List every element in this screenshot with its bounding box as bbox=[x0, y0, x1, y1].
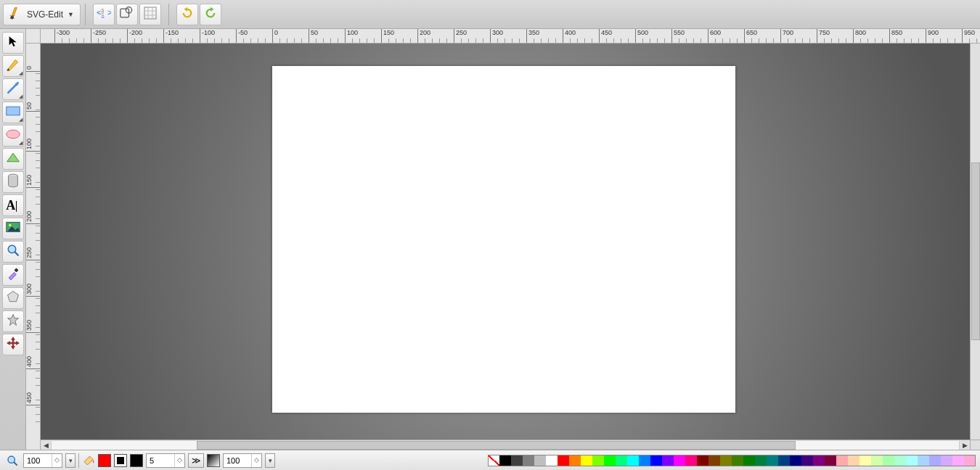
palette-swatch[interactable] bbox=[755, 455, 767, 466]
scroll-corner bbox=[970, 440, 980, 450]
rect-tool[interactable]: ◢ bbox=[2, 102, 24, 123]
palette-swatch[interactable] bbox=[906, 455, 918, 466]
undo-button[interactable] bbox=[176, 4, 198, 25]
stroke-style-button[interactable]: ≫ bbox=[188, 453, 204, 468]
palette-swatch[interactable] bbox=[511, 455, 523, 466]
palette-swatch[interactable] bbox=[848, 455, 859, 466]
zoom-tool[interactable] bbox=[2, 241, 24, 263]
separator bbox=[168, 4, 169, 25]
pencil-tool[interactable]: ◢ bbox=[2, 55, 24, 77]
color-palette bbox=[488, 455, 976, 466]
palette-swatch[interactable] bbox=[720, 455, 732, 466]
stroke-preview-chip[interactable] bbox=[114, 454, 127, 467]
svg-marker-32 bbox=[7, 315, 18, 326]
palette-swatch[interactable] bbox=[790, 455, 801, 466]
separator bbox=[78, 453, 79, 468]
vertical-scrollbar[interactable] bbox=[970, 44, 980, 440]
select-tool[interactable] bbox=[2, 32, 24, 54]
image-tool[interactable] bbox=[2, 218, 24, 239]
palette-swatch[interactable] bbox=[709, 455, 720, 466]
palette-swatch[interactable] bbox=[534, 455, 546, 466]
scroll-right-icon[interactable]: ▶ bbox=[960, 440, 970, 450]
palette-swatch[interactable] bbox=[523, 455, 534, 466]
scrollbar-track[interactable] bbox=[51, 441, 960, 450]
text-tool[interactable]: A bbox=[2, 194, 24, 216]
scrollbar-thumb[interactable] bbox=[197, 441, 796, 450]
stepper-icon[interactable]: ◇ bbox=[174, 454, 184, 467]
palette-swatch[interactable] bbox=[952, 455, 964, 466]
palette-swatch[interactable] bbox=[650, 455, 662, 466]
zoom-dropdown[interactable]: ▾ bbox=[65, 453, 75, 468]
palette-swatch[interactable] bbox=[964, 455, 976, 466]
stroke-color-chip[interactable] bbox=[130, 454, 143, 467]
palette-swatch[interactable] bbox=[592, 455, 604, 466]
stroke-width-field[interactable] bbox=[147, 454, 174, 467]
palette-swatch[interactable] bbox=[871, 455, 883, 466]
palette-swatch[interactable] bbox=[767, 455, 778, 466]
path-icon bbox=[6, 152, 20, 166]
palette-swatch[interactable] bbox=[929, 455, 941, 466]
star-tool[interactable] bbox=[2, 310, 24, 332]
edit-svg-source-button[interactable]: < > S V G bbox=[93, 4, 115, 25]
polygon-tool[interactable] bbox=[2, 287, 24, 309]
opacity-input[interactable]: ◇ bbox=[223, 453, 262, 468]
palette-swatch[interactable] bbox=[616, 455, 627, 466]
palette-swatch[interactable] bbox=[836, 455, 848, 466]
palette-swatch[interactable] bbox=[627, 455, 639, 466]
fill-paint-icon[interactable] bbox=[82, 454, 95, 467]
palette-swatch[interactable] bbox=[859, 455, 871, 466]
palette-swatch[interactable] bbox=[662, 455, 674, 466]
palette-swatch[interactable] bbox=[546, 455, 558, 466]
scroll-left-icon[interactable]: ◀ bbox=[41, 440, 51, 450]
document-properties-button[interactable] bbox=[116, 4, 138, 25]
scrollbar-thumb[interactable] bbox=[971, 162, 980, 341]
palette-swatch[interactable] bbox=[743, 455, 755, 466]
palette-swatch[interactable] bbox=[894, 455, 906, 466]
eyedropper-tool[interactable] bbox=[2, 264, 24, 286]
palette-swatch[interactable] bbox=[813, 455, 825, 466]
move-tool[interactable] bbox=[2, 334, 24, 355]
palette-swatch[interactable] bbox=[825, 455, 836, 466]
palette-swatch[interactable] bbox=[674, 455, 685, 466]
app-logo-icon bbox=[9, 7, 23, 22]
stepper-icon[interactable]: ◇ bbox=[251, 454, 261, 467]
path-tool[interactable] bbox=[2, 148, 24, 170]
palette-swatch[interactable] bbox=[604, 455, 616, 466]
svg-point-34 bbox=[8, 456, 15, 463]
fill-color-chip[interactable] bbox=[98, 454, 111, 467]
palette-swatch[interactable] bbox=[558, 455, 569, 466]
palette-swatch[interactable] bbox=[685, 455, 697, 466]
palette-swatch[interactable] bbox=[488, 455, 499, 466]
palette-swatch[interactable] bbox=[569, 455, 581, 466]
stroke-width-input[interactable]: ◇ bbox=[146, 453, 185, 468]
stepper-icon[interactable]: ◇ bbox=[52, 454, 62, 467]
palette-swatch[interactable] bbox=[801, 455, 813, 466]
palette-swatch[interactable] bbox=[732, 455, 743, 466]
ellipse-tool[interactable]: ◢ bbox=[2, 125, 24, 147]
drawing-canvas[interactable] bbox=[272, 66, 735, 413]
opacity-field[interactable] bbox=[224, 454, 251, 467]
zoom-icon[interactable] bbox=[4, 453, 20, 469]
zoom-input[interactable]: ◇ bbox=[23, 453, 62, 468]
zoom-value-field[interactable] bbox=[24, 454, 52, 467]
palette-swatch[interactable] bbox=[883, 455, 894, 466]
horizontal-scrollbar[interactable]: ◀ ▶ bbox=[41, 440, 970, 450]
palette-swatch[interactable] bbox=[499, 455, 511, 466]
palette-swatch[interactable] bbox=[941, 455, 952, 466]
work-area[interactable]: ◀ ▶ bbox=[41, 44, 980, 450]
main-menu-button[interactable]: SVG-Edit ▼ bbox=[3, 4, 81, 25]
redo-button[interactable] bbox=[200, 4, 221, 25]
opacity-dropdown[interactable]: ▾ bbox=[265, 453, 275, 468]
vertical-ruler[interactable]: 050100150200250300350400450 bbox=[26, 44, 41, 450]
line-tool[interactable]: ◢ bbox=[2, 78, 24, 100]
wireframe-button[interactable] bbox=[139, 4, 161, 25]
horizontal-ruler[interactable]: -300-250-200-150-100-5005010015020025030… bbox=[41, 29, 980, 44]
palette-swatch[interactable] bbox=[778, 455, 790, 466]
grid-icon bbox=[144, 7, 157, 22]
svg-text:>: > bbox=[107, 7, 111, 17]
palette-swatch[interactable] bbox=[581, 455, 592, 466]
palette-swatch[interactable] bbox=[639, 455, 650, 466]
cylinder-tool[interactable] bbox=[2, 171, 24, 193]
palette-swatch[interactable] bbox=[918, 455, 929, 466]
palette-swatch[interactable] bbox=[697, 455, 709, 466]
